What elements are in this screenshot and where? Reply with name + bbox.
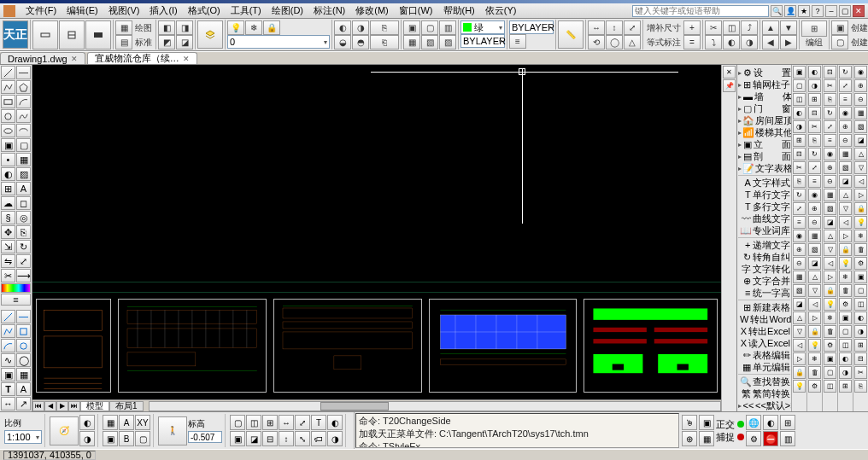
- t3d-1[interactable]: ▲: [762, 20, 779, 35]
- strip-4-btn-13[interactable]: 🗑: [854, 243, 867, 256]
- e1[interactable]: ▢: [230, 415, 245, 430]
- strip-4-btn-9[interactable]: ▷: [854, 189, 867, 201]
- expand-icon[interactable]: ▸: [738, 93, 742, 101]
- m2-mtext[interactable]: A: [16, 382, 31, 396]
- strip-1-btn-0[interactable]: ◐: [808, 66, 821, 79]
- grp-1[interactable]: ▣: [831, 20, 848, 35]
- tree-item-1[interactable]: ▸⊞轴网柱子: [738, 79, 790, 90]
- d5[interactable]: A: [119, 415, 134, 430]
- expand-icon[interactable]: ▸: [738, 117, 742, 125]
- strip-0-btn-18[interactable]: △: [793, 312, 806, 324]
- lineweight-combo[interactable]: BYLAYER: [509, 20, 554, 34]
- move-tool[interactable]: ✥: [1, 225, 15, 239]
- doc-tab-1[interactable]: Drawing1.dwg✕: [0, 52, 85, 64]
- strip-2-btn-18[interactable]: ❄: [824, 312, 836, 324]
- m2-polygon[interactable]: [16, 324, 31, 338]
- strip-0-btn-13[interactable]: ⊕: [793, 243, 806, 256]
- strip-2-btn-4[interactable]: ⤢: [824, 120, 836, 133]
- strip-2-btn-22[interactable]: ▢: [824, 366, 836, 379]
- tree-item-5[interactable]: ▸📶楼梯其他: [738, 126, 790, 138]
- br-1[interactable]: 🖰: [682, 415, 697, 430]
- d7[interactable]: XY: [135, 415, 150, 430]
- extend-tool[interactable]: ⟶: [16, 269, 31, 282]
- strip-1-btn-15[interactable]: △: [808, 271, 821, 283]
- menu-help[interactable]: 帮助(H): [438, 3, 480, 18]
- strip-1-btn-17[interactable]: ◁: [808, 298, 821, 311]
- strip-3-btn-18[interactable]: ▣: [839, 312, 852, 324]
- rectangle-tool[interactable]: [1, 95, 15, 108]
- make-block-tool[interactable]: ▢: [16, 138, 31, 152]
- spline-tool[interactable]: [16, 109, 31, 123]
- strip-1-btn-3[interactable]: ⊟: [808, 107, 821, 119]
- layout-nav-prev[interactable]: ◀: [44, 401, 56, 411]
- sel-6[interactable]: ▨: [439, 35, 456, 49]
- strip-3-btn-1[interactable]: ⤢: [839, 79, 852, 92]
- layout-nav-first[interactable]: ⏮: [32, 401, 44, 411]
- expand-icon[interactable]: ▸: [738, 129, 742, 137]
- thumb-5[interactable]: [584, 299, 718, 393]
- thumb-3[interactable]: [273, 299, 422, 393]
- strip-0-btn-22[interactable]: 🔒: [793, 366, 806, 379]
- e12[interactable]: 🏷: [311, 431, 326, 446]
- sel-4[interactable]: ▦: [403, 35, 420, 49]
- dim-1[interactable]: ↔: [588, 20, 605, 35]
- br-5[interactable]: 🌐: [746, 415, 761, 430]
- menu-format[interactable]: 格式(O): [183, 3, 226, 18]
- door-tool-button[interactable]: [59, 20, 85, 49]
- menu-dimension[interactable]: 标注(N): [308, 3, 350, 18]
- login-icon[interactable]: 👤: [784, 5, 796, 17]
- rstrip-close-icon[interactable]: ✕: [723, 66, 736, 79]
- strip-0-btn-12[interactable]: ◉: [793, 230, 806, 242]
- strip-1-btn-9[interactable]: ◉: [808, 189, 821, 201]
- br-9[interactable]: ⊞: [780, 415, 795, 430]
- tree-item-30[interactable]: 繁繁简转换: [738, 387, 790, 399]
- prop-1[interactable]: ◐: [334, 20, 351, 35]
- m2-circle[interactable]: [16, 339, 31, 352]
- dim-4[interactable]: ⟲: [588, 35, 605, 49]
- tree-item-29[interactable]: 🔍查找替换: [738, 376, 790, 387]
- layer-lock-button[interactable]: 🔒: [263, 20, 280, 35]
- tree-item-12[interactable]: T多行文字: [738, 201, 790, 213]
- strip-1-btn-1[interactable]: ◑: [808, 79, 821, 92]
- strip-1-btn-2[interactable]: ⊞: [808, 93, 821, 106]
- tree-item-24[interactable]: X转出Excel: [738, 325, 790, 337]
- strip-1-btn-13[interactable]: ▧: [808, 243, 821, 256]
- strip-3-btn-3[interactable]: ◉: [839, 107, 852, 119]
- expand-icon[interactable]: ▸: [738, 141, 742, 148]
- rotate-tool[interactable]: ↻: [16, 240, 31, 253]
- rstrip-pin-icon[interactable]: 📌: [723, 79, 736, 92]
- prop-6[interactable]: ⎗: [370, 35, 399, 49]
- tool-b4[interactable]: ◪: [176, 35, 193, 49]
- tree-item-0[interactable]: ▸⚙设 置: [738, 67, 790, 79]
- mod-2[interactable]: ◫: [723, 20, 740, 35]
- e6[interactable]: ⊟: [262, 431, 278, 446]
- tree-item-2[interactable]: ▸▬墙 体: [738, 90, 790, 102]
- strip-3-btn-14[interactable]: 💡: [839, 257, 852, 270]
- ext-1[interactable]: +: [683, 20, 701, 35]
- m2-arc[interactable]: [1, 339, 15, 352]
- human-button[interactable]: 🚶: [158, 416, 187, 445]
- expand-icon[interactable]: ▸: [738, 402, 742, 410]
- strip-0-btn-11[interactable]: ≡: [793, 216, 806, 229]
- strip-0-btn-20[interactable]: ◁: [793, 339, 806, 352]
- search-icon[interactable]: 🔍: [771, 5, 783, 17]
- strip-3-btn-11[interactable]: ◁: [839, 216, 852, 229]
- menu-modify[interactable]: 修改(M): [350, 3, 394, 18]
- m2-ellipse[interactable]: ◯: [16, 353, 31, 367]
- compass-button[interactable]: 🧭: [50, 416, 79, 445]
- strip-0-btn-19[interactable]: ▽: [793, 325, 806, 338]
- strip-0-btn-0[interactable]: ▣: [793, 66, 806, 79]
- helix-tool[interactable]: §: [1, 211, 15, 224]
- strip-3-btn-9[interactable]: △: [839, 189, 852, 201]
- tree-item-4[interactable]: ▸🏠房间屋顶: [738, 114, 790, 126]
- strip-0-btn-4[interactable]: ◑: [793, 120, 806, 133]
- strip-4-btn-6[interactable]: △: [854, 148, 867, 160]
- xline-tool[interactable]: [16, 66, 31, 79]
- table-tool[interactable]: ⊞: [1, 182, 15, 195]
- strip-4-btn-11[interactable]: 💡: [854, 216, 867, 229]
- thumb-1[interactable]: [36, 299, 111, 393]
- m2-hatch[interactable]: ▦: [16, 368, 31, 381]
- strip-0-btn-2[interactable]: ◫: [793, 93, 806, 106]
- doc-tab-1-close-icon[interactable]: ✕: [71, 55, 78, 63]
- window-tool-button[interactable]: [85, 20, 111, 49]
